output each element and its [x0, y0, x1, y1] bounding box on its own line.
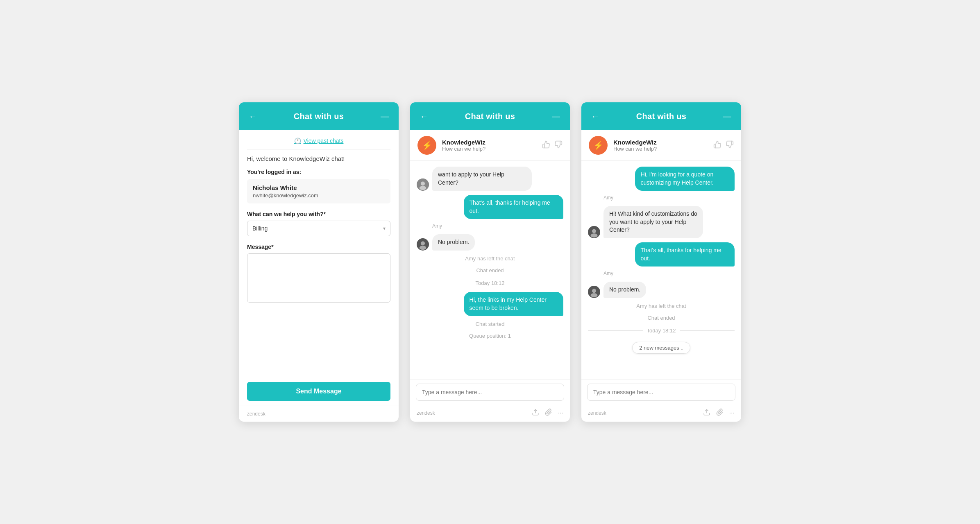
date-divider: Today 18:12: [588, 326, 735, 335]
bolt-icon: ⚡: [593, 140, 603, 150]
message-row-agent: Hi! What kind of customizations do you w…: [588, 206, 735, 238]
more-options-button[interactable]: ···: [558, 409, 563, 418]
message-input-panel2[interactable]: [416, 384, 564, 401]
agent-name-panel3: KnowledgeWiz: [613, 139, 708, 146]
thumbs-up-button-panel3[interactable]: [713, 140, 721, 151]
message-input-panel3[interactable]: [587, 384, 735, 401]
agent-subtitle-panel3: How can we help?: [613, 146, 708, 152]
view-past-chats-label: View past chats: [304, 138, 344, 144]
message-textarea[interactable]: [247, 253, 390, 303]
chat-messages-panel3: Hi, I'm looking for a quote on customizi…: [581, 161, 741, 379]
list-item: That's all, thanks for helping me out.: [417, 195, 563, 219]
sender-label: Amy: [603, 195, 735, 201]
chat-footer-panel2: zendesk ···: [410, 405, 570, 422]
agent-info-panel3: KnowledgeWiz How can we help?: [613, 139, 708, 152]
footer-brand-panel2: zendesk: [417, 410, 435, 416]
system-message: Amy has left the chat: [588, 302, 735, 310]
back-button-panel1[interactable]: ←: [247, 110, 259, 123]
header-title-panel1: Chat with us: [294, 112, 344, 121]
paperclip-icon-button-p3[interactable]: [716, 409, 724, 418]
logged-in-label: You're logged in as:: [247, 169, 390, 175]
help-select[interactable]: Billing Technical Support General Inquir…: [247, 221, 390, 236]
welcome-text: Hi, welcome to KnowledgeWiz chat!: [247, 155, 390, 162]
send-wrapper: Send Message: [239, 376, 399, 406]
agent-header-panel2: ⚡ KnowledgeWiz How can we help?: [410, 130, 570, 161]
divider-line: [680, 330, 735, 331]
thumbs-up-button-panel2[interactable]: [542, 140, 550, 151]
message-bubble-user: Hi, I'm looking for a quote on customizi…: [635, 167, 735, 191]
share-icon-button[interactable]: [532, 409, 539, 418]
footer-icons-panel2: ···: [532, 409, 563, 418]
minimize-button-panel2[interactable]: —: [550, 110, 562, 123]
agent-avatar-panel2: ⚡: [417, 136, 436, 155]
system-message: Chat ended: [417, 267, 563, 274]
agent-avatar-panel3: ⚡: [589, 136, 608, 155]
system-message: Chat started: [417, 320, 563, 328]
thumbs-down-button-panel3[interactable]: [726, 140, 734, 151]
message-row-user: Hi, the links in my Help Center seem to …: [417, 292, 563, 316]
user-info-box: Nicholas White nwhite@knowledgewiz.com: [247, 179, 390, 203]
chat-input-area-panel2: [410, 379, 570, 405]
message-bubble-user: That's all, thanks for helping me out.: [635, 242, 735, 267]
chat-header-panel3: ← Chat with us —: [581, 102, 741, 130]
agent-msg-avatar: [588, 286, 600, 298]
agent-header-panel3: ⚡ KnowledgeWiz How can we help?: [581, 130, 741, 161]
share-icon-button-p3[interactable]: [703, 409, 710, 418]
footer-brand-panel3: zendesk: [588, 410, 606, 416]
chat-messages-panel2: want to apply to your Help Center? That'…: [410, 161, 570, 379]
rating-buttons-panel2: [542, 140, 563, 151]
back-button-panel3[interactable]: ←: [590, 110, 601, 123]
rating-buttons-panel3: [713, 140, 734, 151]
message-row-user: Hi, I'm looking for a quote on customizi…: [588, 167, 735, 191]
chat-widget-panel3: ← Chat with us — ⚡ KnowledgeWiz How can …: [581, 102, 741, 422]
list-item: Hi! What kind of customizations do you w…: [588, 206, 735, 238]
message-label: Message*: [247, 244, 390, 250]
message-row-user: That's all, thanks for helping me out.: [588, 242, 735, 267]
back-button-panel2[interactable]: ←: [418, 110, 430, 123]
message-bubble-user: Hi, the links in my Help Center seem to …: [464, 292, 563, 316]
agent-info-panel2: KnowledgeWiz How can we help?: [442, 139, 536, 152]
agent-subtitle-panel2: How can we help?: [442, 146, 536, 152]
divider-line: [508, 283, 563, 283]
system-message: Amy has left the chat: [417, 255, 563, 262]
message-bubble-agent: want to apply to your Help Center?: [432, 167, 532, 191]
chat-widget-panel2: ← Chat with us — ⚡ KnowledgeWiz How can …: [410, 102, 570, 422]
divider-line: [588, 330, 643, 331]
divider-text: Today 18:12: [647, 328, 676, 334]
message-bubble-user: That's all, thanks for helping me out.: [464, 195, 563, 219]
divider-line: [417, 283, 472, 283]
panel1-footer-brand: zendesk: [239, 406, 399, 422]
minimize-button-panel1[interactable]: —: [379, 110, 390, 123]
bolt-icon: ⚡: [422, 140, 432, 150]
chat-widget-panel1: ← Chat with us — 🕐 View past chats Hi, w…: [239, 102, 399, 422]
footer-icons-panel3: ···: [703, 409, 735, 418]
paperclip-icon-button[interactable]: [545, 409, 552, 418]
agent-msg-avatar: [588, 226, 600, 238]
message-bubble-agent: No problem.: [432, 234, 475, 251]
new-messages-label: 2 new messages ↓: [639, 345, 683, 351]
help-select-wrapper: Billing Technical Support General Inquir…: [247, 221, 390, 236]
thumbs-down-button-panel2[interactable]: [554, 140, 563, 151]
new-messages-button[interactable]: 2 new messages ↓: [632, 342, 690, 354]
sender-label: Amy: [603, 271, 735, 276]
user-name: Nicholas White: [253, 184, 385, 191]
svg-point-4: [421, 241, 425, 245]
more-options-button-p3[interactable]: ···: [729, 409, 735, 418]
minimize-button-panel3[interactable]: —: [721, 110, 733, 123]
new-messages-badge: 2 new messages ↓: [588, 342, 735, 354]
help-label: What can we help you with?*: [247, 211, 390, 217]
agent-msg-avatar: [417, 238, 429, 251]
user-email: nwhite@knowledgewiz.com: [253, 192, 385, 199]
svg-point-1: [421, 182, 425, 186]
svg-point-12: [591, 293, 598, 297]
panel1-body: 🕐 View past chats Hi, welcome to Knowled…: [239, 130, 399, 376]
message-row-user: That's all, thanks for helping me out.: [417, 195, 563, 219]
chat-header-panel1: ← Chat with us —: [239, 102, 399, 130]
list-item: Hi, I'm looking for a quote on customizi…: [588, 167, 735, 191]
view-past-chats-link[interactable]: 🕐 View past chats: [247, 138, 390, 149]
message-bubble-agent: No problem.: [603, 282, 646, 298]
chat-footer-panel3: zendesk ···: [581, 405, 741, 422]
svg-point-9: [591, 233, 598, 237]
svg-point-11: [592, 289, 596, 293]
send-message-button[interactable]: Send Message: [247, 382, 390, 401]
